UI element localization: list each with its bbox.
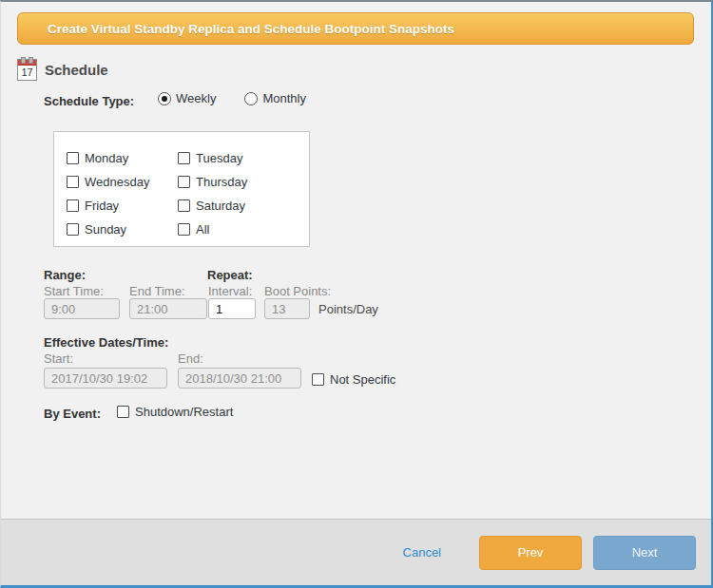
- footer-bar: Cancel Prev Next: [1, 519, 711, 585]
- calendar-icon-top: [18, 60, 36, 66]
- day-label: Thursday: [196, 175, 247, 189]
- effective-end-label: End:: [178, 351, 203, 366]
- checkbox-icon: [178, 199, 190, 212]
- radio-monthly[interactable]: Monthly: [244, 91, 306, 105]
- next-button[interactable]: Next: [593, 536, 696, 570]
- radio-monthly-label: Monthly: [262, 91, 306, 105]
- radio-weekly[interactable]: Weekly: [158, 91, 216, 105]
- interval-label: Interval:: [208, 284, 252, 298]
- interval-input[interactable]: 1: [208, 298, 256, 319]
- range-heading: Range:: [44, 268, 86, 282]
- checkbox-icon: [178, 176, 190, 188]
- day-label: Friday: [85, 199, 119, 213]
- checkbox-icon: [67, 152, 79, 164]
- radio-weekly-label: Weekly: [176, 91, 216, 105]
- end-time-label: End Time:: [129, 284, 185, 298]
- radio-weekly-icon: [158, 92, 171, 105]
- start-time-label: Start Time:: [44, 284, 104, 298]
- shutdown-restart-label: Shutdown/Restart: [135, 405, 233, 419]
- day-label: Tuesday: [196, 151, 242, 165]
- day-label: Sunday: [85, 222, 126, 237]
- checkbox-icon: [178, 223, 190, 236]
- boot-points-input[interactable]: 13: [264, 298, 310, 319]
- end-time-input[interactable]: 21:00: [129, 298, 207, 319]
- boot-points-label: Boot Points:: [264, 284, 331, 298]
- day-checkbox-sunday[interactable]: Sunday: [67, 218, 178, 241]
- effective-start-input[interactable]: 2017/10/30 19:02: [44, 368, 167, 389]
- day-checkbox-saturday[interactable]: Saturday: [178, 194, 309, 218]
- day-label: All: [196, 222, 209, 237]
- day-checkbox-tuesday[interactable]: Tuesday: [178, 146, 309, 170]
- checkbox-icon: [178, 152, 190, 164]
- create-virtual-standby-dialog: Create Virtual Standby Replica and Sched…: [0, 0, 713, 588]
- schedule-type-label: Schedule Type:: [44, 94, 134, 108]
- checkbox-icon: [67, 199, 79, 212]
- radio-monthly-icon: [244, 92, 258, 105]
- day-checkbox-wednesday[interactable]: Wednesday: [67, 170, 178, 194]
- checkbox-icon: [67, 176, 79, 188]
- day-checkbox-all[interactable]: All: [178, 218, 309, 241]
- repeat-heading: Repeat:: [207, 268, 253, 282]
- wizard-title: Create Virtual Standby Replica and Sched…: [48, 22, 454, 36]
- checkbox-icon: [117, 406, 129, 418]
- effective-end-input[interactable]: 2018/10/30 21:00: [178, 368, 301, 389]
- day-checkbox-monday[interactable]: Monday: [67, 146, 178, 170]
- schedule-section-header: 17 Schedule: [17, 59, 108, 81]
- weekday-panel: Monday Tuesday Wednesday Thursday Friday…: [53, 131, 310, 247]
- schedule-type-options: Weekly Monthly: [158, 91, 306, 105]
- day-label: Wednesday: [85, 175, 149, 189]
- cancel-link[interactable]: Cancel: [403, 545, 441, 560]
- day-checkbox-thursday[interactable]: Thursday: [178, 170, 309, 194]
- prev-button[interactable]: Prev: [479, 536, 582, 570]
- day-checkbox-friday[interactable]: Friday: [67, 194, 178, 218]
- not-specific-checkbox[interactable]: Not Specific: [312, 372, 395, 387]
- day-label: Saturday: [196, 199, 245, 213]
- wizard-title-banner: Create Virtual Standby Replica and Sched…: [17, 12, 694, 45]
- shutdown-restart-checkbox[interactable]: Shutdown/Restart: [117, 405, 233, 419]
- checkbox-icon: [312, 373, 324, 386]
- section-title: Schedule: [45, 62, 108, 78]
- day-label: Monday: [85, 151, 128, 165]
- by-event-label: By Event:: [44, 407, 101, 421]
- effective-start-label: Start:: [44, 351, 73, 366]
- calendar-icon-day: 17: [18, 66, 36, 80]
- effective-dates-heading: Effective Dates/Time:: [44, 335, 168, 350]
- start-time-input[interactable]: 9:00: [44, 298, 120, 319]
- calendar-icon: 17: [17, 59, 37, 81]
- not-specific-label: Not Specific: [330, 372, 395, 387]
- points-per-day-label: Points/Day: [318, 302, 378, 316]
- checkbox-icon: [67, 223, 79, 236]
